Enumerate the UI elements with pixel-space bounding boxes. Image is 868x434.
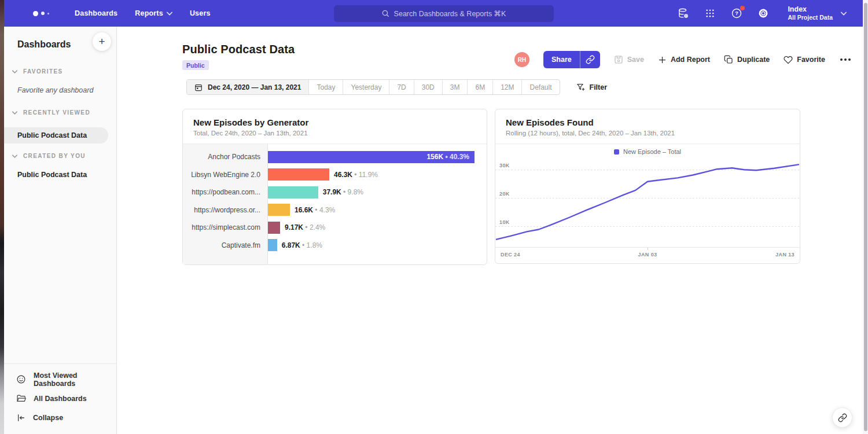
chevron-down-icon <box>12 155 17 158</box>
date-preset-yesterday[interactable]: Yesterday <box>343 80 389 94</box>
date-range-label: Dec 24, 2020 — Jan 13, 2021 <box>208 83 301 91</box>
scrollbar-thumb[interactable] <box>864 3 867 431</box>
sidebar-footer-label: Most Viewed Dashboards <box>34 372 116 388</box>
bar-chart-row: https://simplecast.com9.17K • 2.4% <box>183 219 487 237</box>
user-avatar[interactable]: RH <box>514 52 529 67</box>
legend-swatch <box>614 149 619 155</box>
bar-chart-row: Anchor Podcasts156K • 40.3% <box>183 148 487 166</box>
add-report-button[interactable]: Add Report <box>658 56 710 64</box>
sidebar-section-recently-viewed[interactable]: RECENTLY VIEWED <box>4 109 116 116</box>
bar-segment[interactable] <box>268 204 290 216</box>
filter-label: Filter <box>590 83 608 91</box>
date-preset-6m[interactable]: 6M <box>468 80 493 94</box>
sidebar: Dashboards + FAVORITESFavorite any dashb… <box>4 27 117 434</box>
smiley-icon <box>16 374 26 384</box>
sidebar-footer-all-dashboards[interactable]: All Dashboards <box>4 389 116 408</box>
add-dashboard-button[interactable]: + <box>93 32 111 51</box>
top-navigation-bar: DashboardsReportsUsers Search Dashboards… <box>4 0 863 27</box>
sidebar-footer-most-viewed-dashboards[interactable]: Most Viewed Dashboards <box>4 370 116 389</box>
nav-item-label: Dashboards <box>75 9 117 17</box>
date-filter-bar: Dec 24, 2020 — Jan 13, 2021 TodayYesterd… <box>186 79 607 95</box>
line-chart-subtitle: Rolling (12 hours), total, Dec 24th, 202… <box>506 130 789 137</box>
nav-item-users[interactable]: Users <box>190 9 211 17</box>
calendar-icon <box>194 83 203 91</box>
line-chart-card: New Episodes Found Rolling (12 hours), t… <box>495 109 800 264</box>
bar-category-label: https://podbean.com... <box>183 188 268 196</box>
sidebar-footer-label: All Dashboards <box>34 395 87 403</box>
page-scrollbar[interactable] <box>863 0 868 434</box>
legend-label: New Episode – Total <box>623 148 681 155</box>
bar-segment[interactable] <box>268 239 277 251</box>
x-axis-label: JAN 13 <box>775 252 795 258</box>
workspace-switcher[interactable]: Index All Project Data <box>788 5 847 22</box>
favorite-button[interactable]: Favorite <box>784 55 825 64</box>
svg-text:30K: 30K <box>499 163 510 168</box>
desktop-background-sliver <box>0 0 4 434</box>
save-button[interactable]: Save <box>614 55 644 64</box>
sidebar-section-label: RECENTLY VIEWED <box>23 109 90 116</box>
bar-value-label: 6.87K • 1.8% <box>282 241 322 249</box>
settings-icon[interactable] <box>756 6 770 20</box>
bar-category-label: https://simplecast.com <box>183 223 268 231</box>
share-link-button[interactable] <box>580 51 600 68</box>
bar-chart-row: Captivate.fm6.87K • 1.8% <box>183 237 487 255</box>
bar-category-label: Libsyn WebEngine 2.0 <box>183 171 268 179</box>
bar-category-label: https://wordpress.or... <box>183 206 268 214</box>
action-label: Duplicate <box>737 56 770 64</box>
bar-segment[interactable] <box>268 168 329 181</box>
bar-segment[interactable]: 156K • 40.3% <box>268 151 475 163</box>
date-preset-default[interactable]: Default <box>522 80 559 94</box>
date-preset-today[interactable]: Today <box>309 80 343 94</box>
bar-category-label: Captivate.fm <box>183 241 268 249</box>
data-sources-icon[interactable] <box>676 6 690 20</box>
nav-item-reports[interactable]: Reports <box>135 9 172 17</box>
date-preset-30d[interactable]: 30D <box>414 80 443 94</box>
chevron-down-icon <box>12 70 17 73</box>
date-preset-7d[interactable]: 7D <box>389 80 414 94</box>
duplicate-button[interactable]: Duplicate <box>724 55 770 64</box>
date-preset-3m[interactable]: 3M <box>443 80 468 94</box>
funnel-icon <box>576 83 585 91</box>
date-range-button[interactable]: Dec 24, 2020 — Jan 13, 2021 <box>187 80 309 94</box>
heart-icon <box>784 55 793 64</box>
bar-chart-card: New Episodes by Generator Total, Dec 24t… <box>182 109 487 265</box>
collapse-icon <box>16 413 25 422</box>
chart-legend: New Episode – Total <box>495 144 800 159</box>
sidebar-item-dashboard[interactable]: Public Podcast Data <box>17 171 116 179</box>
sidebar-section-favorites[interactable]: FAVORITES <box>4 68 116 75</box>
line-chart-plot: 10K20K30K <box>495 159 800 247</box>
copy-link-floating-button[interactable] <box>832 407 852 428</box>
sidebar-footer-label: Collapse <box>33 414 63 422</box>
sidebar-footer-collapse[interactable]: Collapse <box>4 408 116 427</box>
svg-text:?: ? <box>735 10 739 16</box>
bar-segment[interactable] <box>268 186 318 198</box>
app-logo-icon[interactable] <box>33 11 49 16</box>
svg-text:10K: 10K <box>499 219 510 225</box>
sidebar-item-dashboard[interactable]: Public Podcast Data <box>4 127 108 144</box>
chevron-down-icon <box>167 11 172 16</box>
bar-value-label: 156K • 40.3% <box>426 153 475 161</box>
sidebar-section-label: CREATED BY YOU <box>23 153 86 159</box>
line-chart-title: New Episodes Found <box>506 117 789 127</box>
search-input[interactable]: Search Dashboards & Reports ⌘K <box>334 5 554 22</box>
bar-chart-subtitle: Total, Dec 24th, 2020 – Jan 13th, 2021 <box>193 130 476 137</box>
notification-badge <box>740 6 745 10</box>
nav-item-dashboards[interactable]: Dashboards <box>75 9 117 17</box>
date-preset-12m[interactable]: 12M <box>493 80 522 94</box>
share-button[interactable]: Share <box>543 51 580 68</box>
nav-item-label: Reports <box>135 9 163 17</box>
filter-button[interactable]: Filter <box>576 83 608 91</box>
plus-icon <box>658 56 667 64</box>
action-label: Favorite <box>797 56 825 64</box>
bar-value-label: 37.9K • 9.8% <box>323 188 363 196</box>
link-icon <box>838 413 847 422</box>
action-label: Add Report <box>671 56 710 64</box>
bar-segment[interactable] <box>268 222 280 234</box>
help-icon[interactable]: ? <box>730 6 744 20</box>
bar-category-label: Anchor Podcasts <box>183 153 268 161</box>
more-actions-button[interactable] <box>839 56 852 63</box>
apps-grid-icon[interactable] <box>703 6 717 20</box>
action-label: Save <box>627 56 644 64</box>
sidebar-section-created-by-you[interactable]: CREATED BY YOU <box>4 153 116 159</box>
bar-chart-row: https://wordpress.or...16.6K • 4.3% <box>183 201 487 219</box>
